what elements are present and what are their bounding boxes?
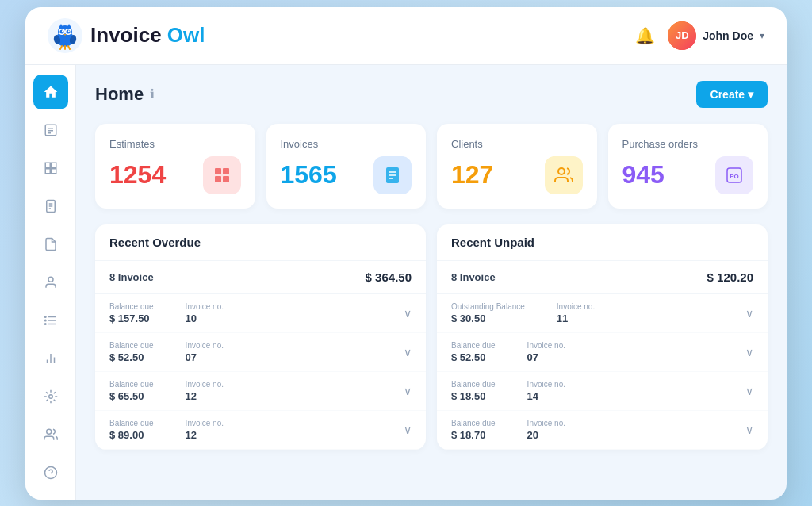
clients-icon <box>554 166 573 185</box>
sidebar <box>25 65 76 500</box>
overdue-r4-invoice-label: Invoice no. <box>186 419 224 427</box>
overdue-r2-balance: $ 52.50 <box>109 351 154 363</box>
overdue-title: Recent Overdue <box>109 236 201 249</box>
overdue-r1-balance: $ 157.50 <box>109 312 154 324</box>
svg-point-9 <box>62 30 63 32</box>
clients-value: 127 <box>451 160 493 190</box>
overdue-r2-invoice-no: 07 <box>186 351 224 363</box>
sidebar-item-reports[interactable] <box>33 341 68 376</box>
sidebar-item-file[interactable] <box>33 227 68 262</box>
overdue-r2-balance-label: Balance due <box>109 341 154 350</box>
unpaid-r3-balance-label: Balance due <box>451 380 496 389</box>
stat-card-invoices: Invoices 1565 <box>266 124 427 209</box>
overdue-r1-expand-icon[interactable]: ∨ <box>404 307 412 320</box>
unpaid-r4-expand-icon[interactable]: ∨ <box>745 424 753 436</box>
overdue-r3-expand-icon[interactable]: ∨ <box>404 385 412 397</box>
tables-grid: Recent Overdue 8 Invoice $ 364.50 Balanc… <box>95 224 768 450</box>
unpaid-row-1: Outstanding Balance $ 30.50 Invoice no. … <box>437 294 768 333</box>
unpaid-r1-invoice-no: 11 <box>557 312 595 324</box>
main-layout: Home ℹ Create ▾ Estimates 1254 <box>25 65 787 500</box>
svg-point-35 <box>44 323 46 324</box>
unpaid-row-3: Balance due $ 18.50 Invoice no. 14 ∨ <box>437 372 768 411</box>
user-name: John Doe <box>703 29 753 42</box>
unpaid-r3-invoice-no: 14 <box>527 390 565 402</box>
unpaid-r2-invoice-no: 07 <box>527 351 565 363</box>
svg-point-8 <box>67 29 71 33</box>
overdue-total: $ 364.50 <box>366 270 412 284</box>
stats-grid: Estimates 1254 <box>95 124 768 209</box>
invoices-icon-box <box>373 156 412 194</box>
stat-card-purchase-orders: Purchase orders 945 PO <box>608 124 768 209</box>
svg-point-51 <box>558 168 565 174</box>
header-right: 🔔 JD John Doe ▾ <box>635 21 764 50</box>
app-window: Invoice Owl 🔔 JD John Doe ▾ <box>25 7 787 500</box>
overdue-r1-balance-label: Balance due <box>109 302 154 311</box>
estimates-label: Estimates <box>109 138 241 150</box>
unpaid-r1-balance: $ 30.50 <box>451 312 525 324</box>
page-title: Home <box>95 84 144 105</box>
svg-point-34 <box>44 320 46 321</box>
unpaid-r1-expand-icon[interactable]: ∨ <box>745 307 753 320</box>
svg-rect-22 <box>51 163 56 167</box>
sidebar-item-home[interactable] <box>33 75 68 109</box>
page-title-area: Home ℹ <box>95 84 155 105</box>
sidebar-item-invoice[interactable] <box>33 189 68 224</box>
sidebar-item-clients[interactable] <box>33 265 68 300</box>
svg-rect-45 <box>215 176 221 182</box>
overdue-r2-expand-icon[interactable]: ∨ <box>404 346 412 358</box>
chevron-down-icon: ▾ <box>760 30 764 41</box>
sidebar-item-help[interactable] <box>33 455 68 490</box>
sidebar-item-list[interactable] <box>33 303 68 338</box>
unpaid-r2-balance-label: Balance due <box>451 341 496 350</box>
purchase-orders-label: Purchase orders <box>622 138 754 150</box>
svg-rect-46 <box>223 176 229 182</box>
overdue-r4-expand-icon[interactable]: ∨ <box>404 424 412 436</box>
purchase-orders-icon-box: PO <box>715 156 753 194</box>
unpaid-row-2: Balance due $ 52.50 Invoice no. 07 ∨ <box>437 333 768 372</box>
estimates-icon <box>213 166 232 185</box>
overdue-r4-invoice-no: 12 <box>186 429 224 441</box>
overdue-table-header: Recent Overdue <box>95 224 426 261</box>
sidebar-item-grid[interactable] <box>33 151 68 186</box>
unpaid-r4-balance: $ 18.70 <box>451 429 496 441</box>
clients-label: Clients <box>451 138 583 150</box>
owl-logo-icon <box>48 18 82 53</box>
unpaid-row-4: Balance due $ 18.70 Invoice no. 20 ∨ <box>437 411 768 450</box>
sidebar-item-team[interactable] <box>33 417 68 452</box>
header: Invoice Owl 🔔 JD John Doe ▾ <box>25 7 787 65</box>
unpaid-r4-invoice-label: Invoice no. <box>527 419 565 427</box>
bell-icon[interactable]: 🔔 <box>635 26 655 45</box>
svg-rect-21 <box>45 163 50 167</box>
unpaid-r3-expand-icon[interactable]: ∨ <box>745 385 753 397</box>
page-header: Home ℹ Create ▾ <box>95 81 768 108</box>
create-button[interactable]: Create ▾ <box>696 81 768 108</box>
svg-rect-44 <box>223 168 229 174</box>
overdue-r4-balance: $ 89.00 <box>109 429 154 441</box>
sidebar-item-settings[interactable] <box>33 379 68 414</box>
unpaid-total: $ 120.20 <box>707 270 753 284</box>
content-area: Home ℹ Create ▾ Estimates 1254 <box>76 65 787 500</box>
clients-icon-box <box>545 156 583 194</box>
svg-point-10 <box>68 30 70 32</box>
overdue-row-1: Balance due $ 157.50 Invoice no. 10 ∨ <box>95 294 426 333</box>
svg-point-39 <box>48 394 52 398</box>
unpaid-table-header: Recent Unpaid <box>437 224 768 261</box>
overdue-r1-invoice-no: 10 <box>186 312 224 324</box>
unpaid-r4-balance-label: Balance due <box>451 419 496 427</box>
stat-card-clients: Clients 127 <box>437 124 597 209</box>
unpaid-r3-balance: $ 18.50 <box>451 390 496 402</box>
unpaid-r2-expand-icon[interactable]: ∨ <box>745 346 753 358</box>
logo-area: Invoice Owl <box>48 18 205 53</box>
unpaid-r1-balance-label: Outstanding Balance <box>451 302 525 311</box>
invoices-icon <box>383 166 402 185</box>
sidebar-item-estimates[interactable] <box>33 113 68 148</box>
svg-point-40 <box>46 429 51 434</box>
overdue-r2-invoice-label: Invoice no. <box>186 341 224 350</box>
unpaid-r2-balance: $ 52.50 <box>451 351 496 363</box>
estimates-value: 1254 <box>109 160 166 190</box>
info-icon[interactable]: ℹ <box>150 86 155 102</box>
svg-rect-23 <box>45 168 50 173</box>
overdue-r4-balance-label: Balance due <box>109 419 154 427</box>
invoices-value: 1565 <box>281 160 337 190</box>
avatar-area[interactable]: JD John Doe ▾ <box>668 21 764 50</box>
